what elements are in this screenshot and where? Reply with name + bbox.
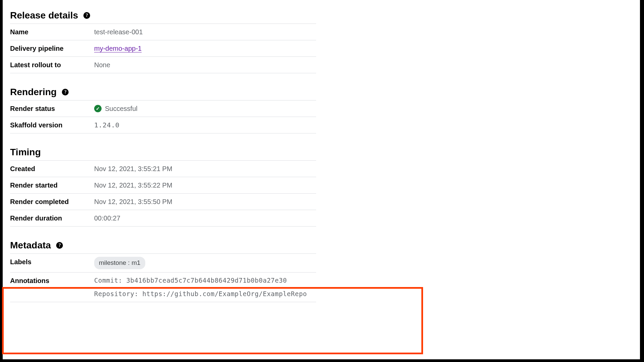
help-icon[interactable]: ? <box>62 89 69 95</box>
latest-rollout-value: None <box>94 57 316 73</box>
release-details-table: Name test-release-001 Delivery pipeline … <box>10 24 316 73</box>
created-value: Nov 12, 2021, 3:55:21 PM <box>94 161 316 177</box>
name-label: Name <box>10 24 94 40</box>
created-label: Created <box>10 161 94 177</box>
pipeline-label: Delivery pipeline <box>10 40 94 57</box>
help-icon[interactable]: ? <box>83 12 90 19</box>
table-row: Created Nov 12, 2021, 3:55:21 PM <box>10 161 316 177</box>
pipeline-link[interactable]: my-demo-app-1 <box>94 45 142 52</box>
table-row: Delivery pipeline my-demo-app-1 <box>10 40 316 57</box>
section-title: Release details <box>10 10 78 21</box>
render-duration-label: Render duration <box>10 210 94 227</box>
table-row: Skaffold version 1.24.0 <box>10 117 316 133</box>
render-started-label: Render started <box>10 177 94 194</box>
table-row: Render status ✓ Successful <box>10 100 316 117</box>
timing-table: Created Nov 12, 2021, 3:55:21 PM Render … <box>10 160 316 227</box>
label-chip: milestone : m1 <box>94 257 145 269</box>
annotations-label: Annotations <box>10 272 94 302</box>
annotation-repository: Repository: https://github.com/ExampleOr… <box>94 289 316 299</box>
skaffold-version-value: 1.24.0 <box>94 117 316 133</box>
section-metadata: Metadata ? <box>10 240 316 251</box>
render-completed-value: Nov 12, 2021, 3:55:50 PM <box>94 194 316 210</box>
name-value: test-release-001 <box>94 24 316 40</box>
render-duration-value: 00:00:27 <box>94 210 316 227</box>
section-release-details: Release details ? <box>10 10 316 21</box>
check-icon: ✓ <box>94 105 102 112</box>
skaffold-version-label: Skaffold version <box>10 117 94 133</box>
render-status-label: Render status <box>10 100 94 117</box>
section-title: Timing <box>10 147 41 158</box>
section-title: Rendering <box>10 87 56 97</box>
table-row: Render duration 00:00:27 <box>10 210 316 227</box>
status-badge: ✓ Successful <box>94 104 316 114</box>
render-started-value: Nov 12, 2021, 3:55:22 PM <box>94 177 316 194</box>
help-icon[interactable]: ? <box>56 242 63 249</box>
table-row: Name test-release-001 <box>10 24 316 40</box>
table-row: Render completed Nov 12, 2021, 3:55:50 P… <box>10 194 316 210</box>
table-row: Render started Nov 12, 2021, 3:55:22 PM <box>10 177 316 194</box>
render-completed-label: Render completed <box>10 194 94 210</box>
section-rendering: Rendering ? <box>10 87 316 97</box>
annotation-commit: Commit: 3b416bb7cead5c7c7b644b86429d71b0… <box>94 276 316 285</box>
metadata-table: Labels milestone : m1 Annotations Commit… <box>10 253 316 302</box>
section-title: Metadata <box>10 240 51 251</box>
labels-label: Labels <box>10 254 94 273</box>
render-status-value: Successful <box>105 104 138 114</box>
table-row: Labels milestone : m1 <box>10 254 316 273</box>
section-timing: Timing <box>10 147 316 158</box>
table-row: Annotations Commit: 3b416bb7cead5c7c7b64… <box>10 272 316 302</box>
rendering-table: Render status ✓ Successful Skaffold vers… <box>10 100 316 133</box>
release-details-panel: Release details ? Name test-release-001 … <box>10 10 316 302</box>
latest-rollout-label: Latest rollout to <box>10 57 94 73</box>
table-row: Latest rollout to None <box>10 57 316 73</box>
